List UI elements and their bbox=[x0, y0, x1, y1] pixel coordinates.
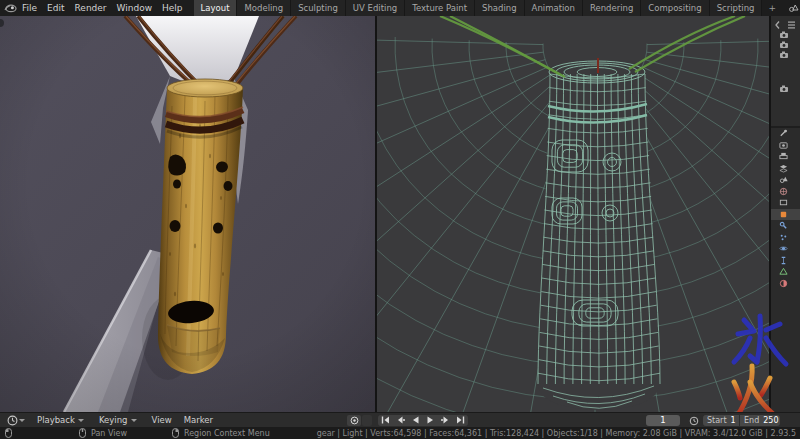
timeline-menus: PlaybackKeyingViewMarker bbox=[31, 413, 219, 427]
input-hint bbox=[4, 428, 14, 438]
topbar: FileEditRenderWindowHelp LayoutModelingS… bbox=[0, 0, 800, 16]
particles-icon bbox=[779, 233, 788, 242]
keying-set-button[interactable] bbox=[362, 415, 372, 426]
properties-tab-data[interactable] bbox=[771, 266, 800, 278]
workspace-tab-texture-paint[interactable]: Texture Paint bbox=[405, 0, 475, 16]
menu-file[interactable]: File bbox=[17, 0, 42, 16]
start-value: 1 bbox=[731, 416, 736, 425]
end-label: End bbox=[744, 416, 759, 425]
world-icon bbox=[779, 187, 788, 196]
previous-keyframe-button[interactable] bbox=[393, 415, 408, 426]
jump-to-end-button[interactable] bbox=[453, 415, 468, 426]
workspace-tab-rendering[interactable]: Rendering bbox=[583, 0, 641, 16]
menu-render[interactable]: Render bbox=[70, 0, 112, 16]
outliner-sliver bbox=[771, 16, 800, 126]
timeline-menu-view[interactable]: View bbox=[146, 413, 178, 427]
timeline-menu-playback[interactable]: Playback bbox=[31, 413, 93, 427]
properties-tab-view-layer[interactable] bbox=[771, 163, 800, 175]
workspace-tab-modeling[interactable]: Modeling bbox=[237, 0, 291, 16]
properties-tab-constraints[interactable] bbox=[771, 255, 800, 267]
side-editors-sliver bbox=[771, 16, 800, 412]
wireframe-canvas bbox=[377, 16, 769, 412]
scene-icon bbox=[779, 175, 788, 184]
workspace-tab-scripting[interactable]: Scripting bbox=[710, 0, 763, 16]
frame-range-group: Start 1 End 250 bbox=[703, 415, 780, 426]
scene-statistics: gear | Light | Verts:64,598 | Faces:64,3… bbox=[317, 429, 796, 438]
scene-icon[interactable] bbox=[788, 3, 799, 13]
mouse-left-icon bbox=[4, 428, 14, 438]
input-hint-label: Pan View bbox=[91, 429, 127, 438]
tool-icon bbox=[779, 129, 788, 138]
statusbar: Pan ViewRegion Context Menu gear | Light… bbox=[0, 427, 800, 439]
input-hint: Region Context Menu bbox=[171, 428, 270, 438]
play-button[interactable] bbox=[423, 415, 438, 426]
properties-tab-render[interactable] bbox=[771, 140, 800, 152]
workspace-tab-animation[interactable]: Animation bbox=[525, 0, 583, 16]
mouse-right-icon bbox=[171, 428, 181, 438]
workspace-tab-shading[interactable]: Shading bbox=[475, 0, 525, 16]
workspace-tab-compositing[interactable]: Compositing bbox=[641, 0, 709, 16]
wireframe-viewport[interactable] bbox=[377, 16, 769, 412]
start-frame-field[interactable]: Start 1 bbox=[703, 415, 739, 426]
start-label: Start bbox=[707, 416, 727, 425]
playback-controls bbox=[347, 415, 468, 426]
use-preview-range-icon[interactable] bbox=[688, 415, 700, 426]
input-hints: Pan ViewRegion Context Menu bbox=[0, 428, 270, 438]
end-frame-field[interactable]: End 250 bbox=[740, 415, 780, 426]
render-icon bbox=[779, 141, 788, 150]
properties-tab-particles[interactable] bbox=[771, 232, 800, 244]
topbar-right: Scene × View Layer × bbox=[782, 2, 800, 14]
properties-tab-collection[interactable] bbox=[771, 197, 800, 209]
physics-icon bbox=[779, 244, 788, 253]
menu-edit[interactable]: Edit bbox=[42, 0, 69, 16]
editor-type-clock-icon[interactable] bbox=[4, 415, 31, 426]
properties-tab-output[interactable] bbox=[771, 151, 800, 163]
properties-tab-world[interactable] bbox=[771, 186, 800, 198]
camera-icon[interactable] bbox=[779, 50, 789, 60]
add-workspace-button[interactable]: + bbox=[762, 0, 782, 16]
properties-tab-scene[interactable] bbox=[771, 174, 800, 186]
render-viewport[interactable] bbox=[0, 16, 375, 412]
input-hint-label: Region Context Menu bbox=[184, 429, 270, 438]
properties-tab-tool[interactable] bbox=[771, 128, 800, 140]
end-value: 250 bbox=[763, 416, 778, 425]
menu-help[interactable]: Help bbox=[157, 0, 188, 16]
next-keyframe-button[interactable] bbox=[438, 415, 453, 426]
modifier-icon bbox=[779, 221, 788, 230]
properties-tab-physics[interactable] bbox=[771, 243, 800, 255]
workspace-tab-layout[interactable]: Layout bbox=[194, 0, 238, 16]
properties-tab-modifier[interactable] bbox=[771, 220, 800, 232]
workspace-tab-sculpting[interactable]: Sculpting bbox=[291, 0, 346, 16]
scene-selector: Scene × bbox=[788, 2, 800, 14]
render-viewport-canvas bbox=[0, 16, 375, 412]
input-hint: Pan View bbox=[78, 428, 127, 438]
auto-key-record-button[interactable] bbox=[347, 415, 361, 426]
workspace-tab-uv-editing[interactable]: UV Editing bbox=[346, 0, 405, 16]
camera-icon[interactable] bbox=[779, 84, 789, 94]
collapse-chevron-icon[interactable] bbox=[773, 20, 783, 30]
list-icon[interactable] bbox=[787, 20, 797, 30]
data-icon bbox=[779, 267, 788, 276]
object-icon bbox=[779, 210, 788, 219]
jump-to-start-button[interactable] bbox=[378, 415, 393, 426]
menubar: FileEditRenderWindowHelp bbox=[17, 0, 188, 16]
timeline-menu-keying[interactable]: Keying bbox=[93, 413, 146, 427]
properties-tab-column bbox=[771, 128, 800, 412]
timeline-menu-marker[interactable]: Marker bbox=[178, 413, 219, 427]
view-layer-icon bbox=[779, 164, 788, 173]
timeline-header: PlaybackKeyingViewMarker bbox=[0, 412, 800, 427]
menu-window[interactable]: Window bbox=[112, 0, 158, 16]
constraints-icon bbox=[779, 256, 788, 265]
collection-icon bbox=[779, 198, 788, 207]
camera-icon[interactable] bbox=[779, 40, 789, 50]
output-icon bbox=[779, 152, 788, 161]
material-icon bbox=[779, 279, 788, 288]
current-frame-field[interactable]: 1 bbox=[646, 415, 680, 426]
camera-icon[interactable] bbox=[779, 30, 789, 40]
play-reverse-button[interactable] bbox=[408, 415, 423, 426]
workspace-tabs: LayoutModelingSculptingUV EditingTexture… bbox=[194, 0, 782, 16]
blender-logo-icon[interactable] bbox=[4, 3, 17, 13]
properties-tab-material[interactable] bbox=[771, 278, 800, 290]
properties-tab-object[interactable] bbox=[771, 209, 800, 221]
mouse-middle-icon bbox=[78, 428, 88, 438]
